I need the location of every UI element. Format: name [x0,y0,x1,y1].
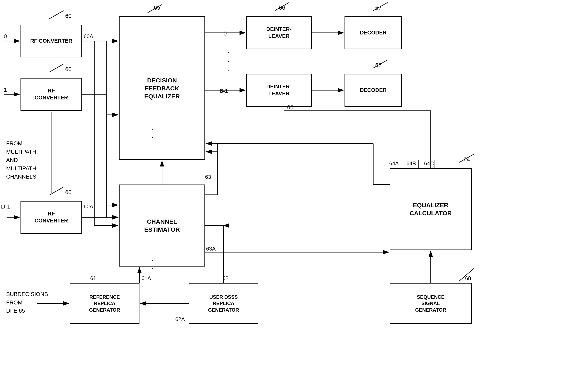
svg-line-35 [49,64,63,72]
dfe-block: DECISIONFEEDBACKEQUALIZER [119,16,205,160]
ref-60-mid: 60 [65,66,72,73]
dots-rf-2: · [42,127,44,135]
output-8-1: 8-1 [220,88,228,94]
label-61: 61 [90,275,96,281]
rf-converter-mid: RFCONVERTER [20,78,82,111]
sequence-signal: SEQUENCESIGNALGENERATOR [390,283,472,324]
decoder-bot: DECODER [345,74,402,107]
label-62a: 62A [175,316,185,322]
dots-out-3: · [228,67,229,74]
label-62: 62 [223,275,228,281]
reference-replica: REFERENCEREPLICAGENERATOR [70,283,140,324]
ref-64: 64 [463,156,470,163]
equalizer-calculator: EQUALIZERCALCULATOR [390,168,472,250]
rf-converter-bot: RFCONVERTER [20,201,82,234]
ref-67-top: 67 [375,4,382,11]
dots-out-2: · [228,58,229,65]
label-60a-bot: 60A [84,203,93,210]
rf-converter-top: RF CONVERTER [20,25,82,58]
svg-line-34 [49,11,63,19]
deinterleaver-top: DEINTER-LEAVER [246,16,312,49]
dots-rf-4: · [42,160,44,168]
subdecisions: SUBDECISIONSFROMDFE 65 [6,290,48,315]
label-63: 63 [205,174,211,180]
input-1: 1 [4,86,7,93]
dots-rf-3: · [42,135,44,143]
ref-67-bot: 67 [375,62,382,68]
ref-66-top: 66 [279,4,285,11]
label-68: 68 [465,275,471,281]
decoder-top: DECODER [345,16,402,49]
ref-64b: 64B [407,160,416,167]
dots-out-1: · [228,48,229,56]
label-60a-top: 60A [84,33,93,39]
ref-60-bot: 60 [65,189,72,196]
deinterleaver-bot: DEINTER-LEAVER [246,74,312,107]
dots-ch-1: · [152,256,154,264]
ref-65: 65 [154,4,160,11]
user-dsss: USER DSSSREPLICAGENERATOR [189,283,258,324]
ref-64a: 64A [389,160,399,167]
ref-60-top: 60 [65,13,72,19]
dots-dfe-1: · [152,125,154,133]
output-0: 0 [224,30,227,37]
dots-rf-5: · [42,168,44,176]
label-63a: 63A [206,246,216,252]
ref-66-bot: 66 [287,104,293,111]
dots-rf-1: · [42,119,44,126]
input-0: 0 [4,33,7,40]
from-multipath: FROMMULTIPATHANDMULTIPATHCHANNELS [6,139,36,181]
diagram: RF CONVERTER RFCONVERTER RFCONVERTER DEC… [0,0,574,392]
svg-line-36 [49,187,63,195]
input-d1: D-1 [1,203,10,210]
dots-dfe-2: · [152,133,154,141]
channel-estimator: CHANNELESTIMATOR [119,184,205,267]
ref-64c: 64C [424,160,434,167]
dots-mp-1: · [42,193,44,200]
dots-mp-2: · [42,201,44,209]
diagram-svg [0,0,574,392]
dots-ch-2: · [152,264,154,272]
label-61a: 61A [142,275,151,281]
